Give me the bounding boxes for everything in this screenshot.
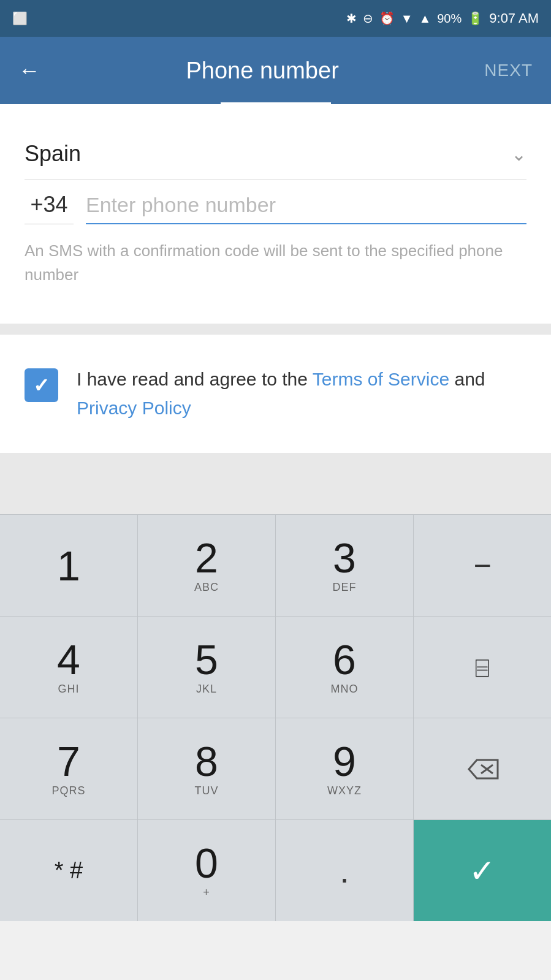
form-area: Spain ⌄ +34 An SMS with a confirmation c… <box>0 104 551 324</box>
key-0[interactable]: 0 + <box>138 820 276 921</box>
wifi-icon: ▼ <box>401 12 413 26</box>
key-4-letters: GHI <box>58 683 79 696</box>
key-9-label: 9 <box>333 740 356 782</box>
chevron-down-icon: ⌄ <box>511 143 526 165</box>
key-2-label: 2 <box>195 537 218 579</box>
key-3[interactable]: 3 DEF <box>276 515 414 616</box>
phone-input-row: +34 <box>25 180 526 224</box>
keyboard-row-3: 7 PQRS 8 TUV 9 WXYZ <box>0 718 551 819</box>
sms-notice: An SMS with a confirmation code will be … <box>25 224 526 305</box>
key-8[interactable]: 8 TUV <box>138 718 276 819</box>
key-6[interactable]: 6 MNO <box>276 617 414 718</box>
terms-checkbox[interactable]: ✓ <box>25 368 58 402</box>
country-name: Spain <box>25 141 81 167</box>
key-2-letters: ABC <box>194 581 219 594</box>
checkmark-icon: ✓ <box>33 374 50 397</box>
key-3-letters: DEF <box>333 581 357 594</box>
photo-icon: ⬜ <box>12 11 28 26</box>
country-code: +34 <box>25 192 74 224</box>
keyboard-spacer <box>0 453 551 514</box>
keyboard-row-1: 1 2 ABC 3 DEF − <box>0 514 551 616</box>
phone-input-wrapper <box>86 193 526 224</box>
key-5[interactable]: 5 JKL <box>138 617 276 718</box>
key-5-letters: JKL <box>196 683 217 696</box>
key-4-label: 4 <box>57 639 80 680</box>
signal-icon: ▲ <box>419 12 431 26</box>
terms-prefix: I have read and agree to the <box>77 369 313 389</box>
backspace-icon <box>466 757 500 781</box>
key-6-letters: MNO <box>331 683 359 696</box>
app-bar: ← Phone number NEXT <box>0 37 551 104</box>
key-space-label: ⌸ <box>476 655 489 680</box>
back-button[interactable]: ← <box>18 58 40 83</box>
key-backspace[interactable] <box>414 718 551 819</box>
status-left: ⬜ <box>12 11 28 26</box>
minus-icon: ⊖ <box>363 11 373 26</box>
key-dot[interactable]: . <box>276 820 414 921</box>
next-button[interactable]: NEXT <box>484 61 533 80</box>
country-selector[interactable]: Spain ⌄ <box>25 129 526 180</box>
key-7-letters: PQRS <box>51 784 85 797</box>
terms-text: I have read and agree to the Terms of Se… <box>77 365 526 422</box>
confirm-check-icon: ✓ <box>469 853 496 889</box>
section-divider <box>0 324 551 335</box>
phone-input[interactable] <box>86 193 526 224</box>
key-3-label: 3 <box>333 537 356 579</box>
key-space[interactable]: ⌸ <box>414 617 551 718</box>
key-4[interactable]: 4 GHI <box>0 617 138 718</box>
keyboard-row-2: 4 GHI 5 JKL 6 MNO ⌸ <box>0 616 551 718</box>
page-title: Phone number <box>40 58 484 84</box>
key-dot-label: . <box>340 851 349 891</box>
key-1[interactable]: 1 <box>0 515 138 616</box>
key-0-plus: + <box>203 886 210 899</box>
status-time: 9:07 AM <box>489 10 539 26</box>
terms-area: ✓ I have read and agree to the Terms of … <box>0 335 551 453</box>
key-8-letters: TUV <box>195 784 219 797</box>
terms-of-service-link[interactable]: Terms of Service <box>313 369 449 389</box>
key-star-hash-label: * # <box>55 857 83 884</box>
key-7[interactable]: 7 PQRS <box>0 718 138 819</box>
alarm-icon: ⏰ <box>379 11 395 26</box>
terms-and: and <box>449 369 485 389</box>
key-confirm[interactable]: ✓ <box>414 820 551 921</box>
key-0-label: 0 <box>195 842 218 884</box>
key-7-label: 7 <box>57 740 80 782</box>
bluetooth-icon: ✱ <box>346 11 357 26</box>
numeric-keyboard: 1 2 ABC 3 DEF − 4 GHI 5 JKL 6 MNO ⌸ <box>0 514 551 921</box>
key-5-label: 5 <box>195 639 218 680</box>
privacy-policy-link[interactable]: Privacy Policy <box>77 398 191 418</box>
battery-percentage: 90% <box>437 12 462 26</box>
key-2[interactable]: 2 ABC <box>138 515 276 616</box>
battery-icon: 🔋 <box>468 11 483 26</box>
key-9[interactable]: 9 WXYZ <box>276 718 414 819</box>
keyboard-row-4: * # 0 + . ✓ <box>0 819 551 921</box>
key-star-hash[interactable]: * # <box>0 820 138 921</box>
key-1-label: 1 <box>57 545 80 587</box>
status-right: ✱ ⊖ ⏰ ▼ ▲ 90% 🔋 9:07 AM <box>346 10 539 26</box>
status-bar: ⬜ ✱ ⊖ ⏰ ▼ ▲ 90% 🔋 9:07 AM <box>0 0 551 37</box>
key-dash-label: − <box>473 548 491 583</box>
back-arrow-icon: ← <box>18 58 40 83</box>
key-dash[interactable]: − <box>414 515 551 616</box>
svg-marker-0 <box>469 760 498 778</box>
key-6-label: 6 <box>333 639 356 680</box>
key-8-label: 8 <box>195 740 218 782</box>
key-9-letters: WXYZ <box>327 784 362 797</box>
